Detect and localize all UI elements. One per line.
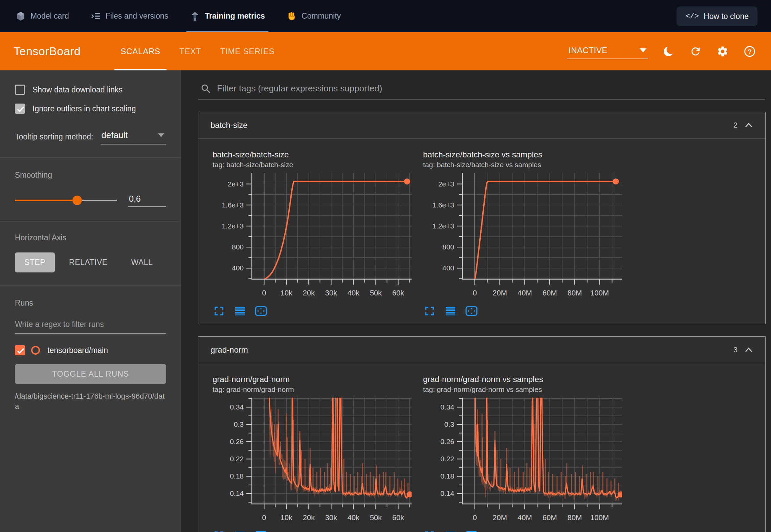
pan-zoom-button[interactable] [253, 304, 269, 318]
pan-zoom-button[interactable] [464, 304, 479, 318]
chart-tag: tag: batch-size/batch-size [213, 161, 414, 169]
tab-scalars[interactable]: SCALARS [111, 32, 170, 70]
slider-knob[interactable] [72, 196, 82, 205]
smoothing-value-input[interactable] [128, 193, 166, 207]
tag-sections: batch-size2batch-size/batch-sizetag: bat… [198, 112, 766, 532]
pan-zoom-button[interactable] [253, 529, 269, 532]
tab-label: Model card [30, 12, 69, 21]
show-data-download-links-checkbox[interactable]: Show data download links [15, 85, 166, 95]
svg-text:100M: 100M [590, 289, 609, 297]
svg-text:0: 0 [473, 289, 477, 297]
toolbar-right-controls: INACTIVE ? [567, 44, 756, 59]
svg-text:0.14: 0.14 [230, 489, 244, 497]
settings-sidebar: Show data download links Ignore outliers… [0, 70, 181, 532]
svg-text:400: 400 [232, 264, 244, 272]
smoothing-slider[interactable] [15, 195, 117, 205]
svg-text:40M: 40M [517, 289, 532, 297]
pan-zoom-icon [255, 530, 267, 532]
tab-community[interactable]: Community [285, 0, 343, 32]
run-checkbox-checked-icon[interactable] [15, 345, 25, 355]
tab-model-card[interactable]: Model card [14, 0, 71, 32]
svg-text:1.2e+3: 1.2e+3 [222, 222, 244, 230]
fit-data-icon [445, 531, 456, 532]
expand-chart-icon [214, 531, 224, 532]
section-card-grad-norm: grad-norm3grad-norm/grad-normtag: grad-n… [198, 336, 766, 532]
svg-text:1.2e+3: 1.2e+3 [432, 222, 454, 230]
fit-data-button[interactable] [232, 304, 248, 318]
tooltip-sorting-value: default [101, 130, 128, 140]
run-color-swatch-icon [31, 346, 40, 355]
cube-icon [16, 11, 26, 21]
tab-time-series[interactable]: TIME SERIES [211, 32, 284, 70]
axis-wall-button[interactable]: WALL [122, 252, 162, 272]
svg-text:20M: 20M [492, 513, 507, 522]
tab-text[interactable]: TEXT [170, 32, 211, 70]
chart-plot[interactable]: 4008001.2e+31.6e+32e+3010k20k30k40k50k60… [211, 170, 418, 301]
expand-chart-icon [424, 531, 435, 532]
expand-chart-icon [214, 306, 224, 316]
chart-grad-samples: grad-norm/grad-norm vs samplestag: grad-… [421, 375, 624, 532]
pan-zoom-button[interactable] [464, 529, 479, 532]
section-header-right: 2 [733, 121, 753, 130]
section-chart-count: 3 [733, 346, 737, 354]
tab-training-metrics[interactable]: Training metrics [188, 0, 267, 32]
tooltip-sorting-dropdown[interactable]: default [101, 129, 166, 145]
moon-icon [662, 45, 675, 58]
reload-status-dropdown[interactable]: INACTIVE [567, 44, 648, 59]
settings-button[interactable] [716, 45, 729, 58]
section-card-batch-size: batch-size2batch-size/batch-sizetag: bat… [198, 112, 766, 324]
dark-mode-toggle-button[interactable] [662, 45, 675, 58]
section-charts-row: batch-size/batch-sizetag: batch-size/bat… [198, 138, 765, 324]
run-row-tensorboard-main[interactable]: tensorboard/main [15, 345, 166, 355]
svg-text:20k: 20k [303, 513, 315, 522]
smoothing-label: Smoothing [15, 171, 166, 180]
tag-filter-input[interactable] [217, 83, 764, 94]
section-header[interactable]: grad-norm3 [198, 337, 765, 363]
fit-data-button[interactable] [443, 529, 458, 532]
chart-plot[interactable]: 0.140.180.220.260.30.34010k20k30k40k50k6… [211, 394, 418, 526]
section-header[interactable]: batch-size2 [198, 112, 765, 138]
svg-text:60M: 60M [543, 289, 557, 297]
svg-text:80M: 80M [567, 513, 582, 522]
pan-zoom-icon [465, 306, 478, 316]
expand-chart-button[interactable] [422, 304, 437, 318]
tab-label: Training metrics [205, 12, 265, 21]
how-to-clone-button[interactable]: </> How to clone [677, 6, 757, 26]
chart-plot[interactable]: 4008001.2e+31.6e+32e+3020M40M60M80M100M [421, 170, 628, 301]
toggle-all-runs-button[interactable]: TOGGLE ALL RUNS [15, 364, 166, 384]
chart-title: batch-size/batch-size vs samples [423, 150, 624, 159]
ignore-outliers-checkbox[interactable]: Ignore outliers in chart scaling [15, 104, 166, 114]
svg-text:0.3: 0.3 [234, 420, 244, 428]
refresh-button[interactable] [689, 45, 702, 58]
chevron-down-icon [158, 133, 164, 137]
chevron-down-icon [640, 48, 646, 52]
chart-tag: tag: grad-norm/grad-norm [213, 385, 414, 394]
chart-title: batch-size/batch-size [213, 150, 414, 159]
axis-step-button[interactable]: STEP [15, 252, 55, 272]
svg-text:400: 400 [442, 264, 454, 272]
expand-chart-button[interactable] [211, 529, 227, 532]
expand-chart-button[interactable] [211, 304, 227, 318]
reload-status-value: INACTIVE [569, 46, 608, 55]
collapse-section-button[interactable] [744, 122, 753, 129]
section-header-right: 3 [733, 346, 753, 354]
fit-data-button[interactable] [443, 304, 458, 318]
log-directory-path: /data/bigscience-tr11-176b-ml-logs-96d70… [15, 391, 166, 411]
fit-data-icon [234, 531, 246, 532]
runs-label: Runs [15, 298, 166, 308]
collapse-section-button[interactable] [744, 347, 753, 353]
help-icon: ? [744, 45, 756, 58]
fit-data-button[interactable] [232, 529, 248, 532]
svg-text:50k: 50k [370, 513, 382, 522]
runs-filter-input[interactable] [15, 318, 166, 334]
svg-text:40k: 40k [348, 289, 360, 297]
help-button[interactable]: ? [743, 45, 756, 58]
axis-relative-button[interactable]: RELATIVE [60, 252, 117, 272]
horizontal-axis-segmented-control: STEP RELATIVE WALL [15, 252, 166, 272]
svg-text:0.14: 0.14 [440, 489, 454, 497]
chart-plot[interactable]: 0.140.180.220.260.30.34020M40M60M80M100M [421, 394, 628, 526]
tab-files-and-versions[interactable]: Files and versions [89, 0, 170, 32]
expand-chart-button[interactable] [422, 529, 437, 532]
chart-title: grad-norm/grad-norm vs samples [423, 375, 624, 384]
chart-toolbar [422, 304, 624, 318]
